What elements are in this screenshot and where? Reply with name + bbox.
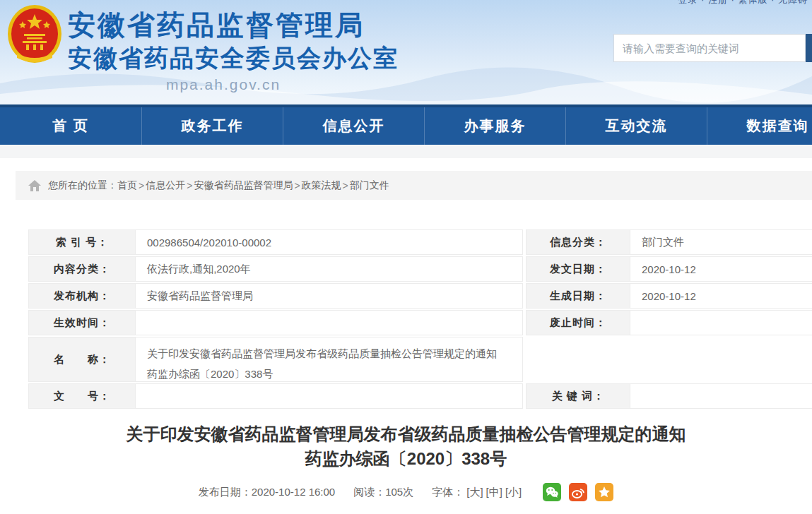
- row-label: 名 称：: [28, 337, 136, 382]
- table-row-index-number: 索 引 号： 002986504/202010-00002: [28, 229, 523, 255]
- site-title-secondary: 安徽省药品安全委员会办公室: [68, 42, 379, 73]
- table-row-content-category: 内容分类： 依法行政,通知,2020年: [28, 256, 523, 282]
- site-titles: 安徽省药品监督管理局 安徽省药品安全委员会办公室 mpa.ah.gov.cn: [68, 8, 379, 95]
- row-label: 生成日期：: [526, 283, 630, 309]
- row-value: 002986504/202010-00002: [136, 229, 523, 255]
- row-label: 发文日期：: [526, 256, 630, 282]
- table-row-document-number: 文 号：: [28, 383, 523, 409]
- breadcrumb-item-dept-docs[interactable]: 部门文件: [350, 179, 389, 192]
- site-url: mpa.ah.gov.cn: [68, 75, 379, 95]
- china-national-emblem-icon: [7, 4, 62, 66]
- star-icon: [598, 486, 611, 498]
- table-row-document-name: 名 称： 关于印发安徽省药品监督管理局发布省级药品质量抽检公告管理规定的通知 药…: [28, 337, 523, 382]
- table-row-info-category: 信息分类： 部门文件: [526, 229, 812, 255]
- read-count: 阅读：105次: [353, 486, 413, 499]
- font-size-small-button[interactable]: [小]: [505, 486, 522, 498]
- table-row-creation-date: 生成日期： 2020-10-12: [526, 283, 812, 309]
- row-value: 依法行政,通知,2020年: [136, 256, 523, 282]
- main-nav: 首 页 政务工作 信息公开 办事服务 互动交流 数据查询: [0, 104, 812, 145]
- row-value: 安徽省药品监督管理局: [136, 283, 523, 309]
- breadcrumb-item-policy[interactable]: 政策法规: [302, 179, 341, 192]
- breadcrumb-item-info-disclosure[interactable]: 信息公开: [146, 179, 185, 192]
- row-label: 生效时间：: [28, 310, 136, 335]
- nav-item-services[interactable]: 办事服务: [424, 107, 565, 145]
- font-size-medium-button[interactable]: [中]: [486, 486, 502, 498]
- nav-item-info-disclosure[interactable]: 信息公开: [283, 107, 424, 145]
- site-title-main: 安徽省药品监督管理局: [68, 8, 379, 42]
- row-label: 内容分类：: [28, 256, 136, 282]
- info-table-right: 信息分类： 部门文件 发文日期： 2020-10-12 生成日期： 2020-1…: [526, 229, 812, 409]
- page: 登录 · 注册 · 繁体版 · 无障碍 安徽省药品监督管理局 安徽省药品安全委员…: [0, 0, 812, 514]
- article-title-line2: 药监办综函〔2020〕338号: [0, 447, 812, 471]
- info-table-left: 索 引 号： 002986504/202010-00002 内容分类： 依法行政…: [28, 229, 523, 409]
- search-input[interactable]: [613, 34, 806, 62]
- row-value: 2020-10-12: [630, 256, 812, 282]
- nav-item-data-query[interactable]: 数据查询: [707, 107, 812, 145]
- row-value: [136, 383, 523, 409]
- favorite-star-button[interactable]: [595, 483, 613, 501]
- row-label: 索 引 号：: [28, 229, 136, 255]
- row-label: 发布机构：: [28, 283, 136, 309]
- row-label: 信息分类：: [526, 229, 630, 255]
- wechat-icon: [546, 486, 558, 498]
- row-value: [136, 310, 523, 335]
- table-row-issuing-agency: 发布机构： 安徽省药品监督管理局: [28, 283, 523, 309]
- breadcrumb-prefix: 您所在的位置：: [48, 179, 117, 192]
- row-label: 关 键 词：: [526, 383, 630, 409]
- table-spacer: [526, 337, 812, 382]
- article-meta: 发布日期：2020-10-12 16:00 阅读：105次 字体：[大][中][…: [0, 482, 812, 503]
- site-header: 登录 · 注册 · 繁体版 · 无障碍 安徽省药品监督管理局 安徽省药品安全委员…: [0, 0, 812, 104]
- search-button[interactable]: [806, 34, 812, 62]
- row-label: 废止时间：: [526, 310, 630, 335]
- row-value: 2020-10-12: [630, 283, 812, 309]
- table-row-keywords: 关 键 词：: [526, 383, 812, 409]
- nav-item-government-work[interactable]: 政务工作: [141, 107, 283, 145]
- home-icon: [28, 180, 41, 191]
- breadcrumb-item-home[interactable]: 首页: [117, 179, 137, 192]
- top-links[interactable]: 登录 · 注册 · 繁体版 · 无障碍: [678, 0, 808, 6]
- row-value: [630, 310, 812, 335]
- breadcrumb-item-agency[interactable]: 安徽省药品监督管理局: [194, 179, 293, 192]
- row-label: 文 号：: [28, 383, 136, 409]
- article-title: 关于印发安徽省药品监督管理局发布省级药品质量抽检公告管理规定的通知 药监办综函〔…: [0, 422, 812, 471]
- font-size-label: 字体：: [432, 486, 464, 498]
- font-size-large-button[interactable]: [大]: [466, 486, 483, 498]
- table-row-effective-date: 生效时间：: [28, 310, 523, 335]
- weibo-share-button[interactable]: [569, 483, 587, 501]
- sub-header-band: [0, 145, 812, 158]
- table-row-issue-date: 发文日期： 2020-10-12: [526, 256, 812, 282]
- breadcrumb: 您所在的位置： 首页 > 信息公开 > 安徽省药品监督管理局 > 政策法规 > …: [16, 171, 812, 200]
- search-box: [613, 34, 806, 62]
- nav-item-interaction[interactable]: 互动交流: [565, 107, 707, 145]
- font-size-controls: 字体：[大][中][小]: [432, 486, 522, 499]
- share-buttons: [543, 483, 613, 501]
- table-row-repeal-date: 废止时间：: [526, 310, 812, 335]
- publish-date: 发布日期：2020-10-12 16:00: [199, 486, 335, 499]
- row-value: [630, 383, 812, 409]
- wechat-share-button[interactable]: [543, 483, 561, 501]
- row-value: 部门文件: [630, 229, 812, 255]
- nav-item-home[interactable]: 首 页: [0, 107, 141, 145]
- weibo-icon: [572, 486, 584, 498]
- article-title-line1: 关于印发安徽省药品监督管理局发布省级药品质量抽检公告管理规定的通知: [0, 422, 812, 447]
- row-value: 关于印发安徽省药品监督管理局发布省级药品质量抽检公告管理规定的通知 药监办综函〔…: [136, 337, 523, 382]
